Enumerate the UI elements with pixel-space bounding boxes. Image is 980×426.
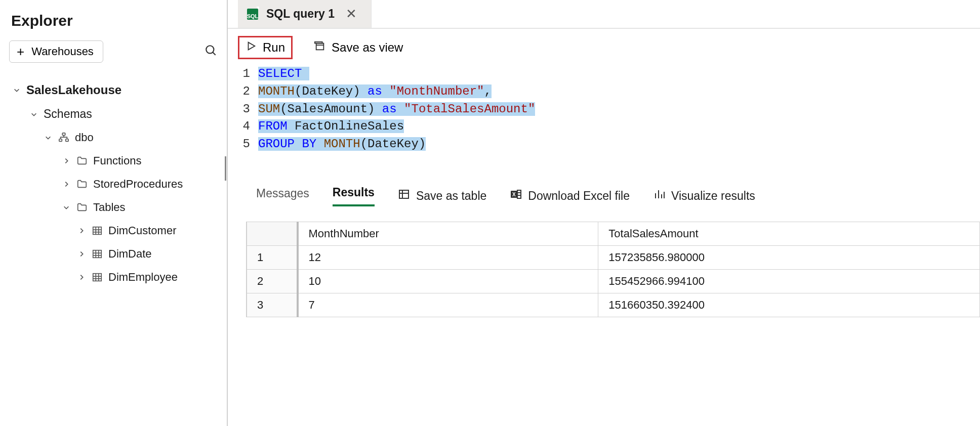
code-line[interactable]: SUM(SalesAmount) as "TotalSalesAmount" [258,101,535,118]
tab-results[interactable]: Results [333,186,375,206]
pane-splitter[interactable] [228,168,980,171]
table-icon [91,248,103,260]
folder-icon [76,202,88,213]
svg-rect-3 [59,139,62,142]
plus-icon: + [17,45,24,58]
tab-label: SQL query 1 [266,7,335,21]
tab-strip: SQL SQL query 1 ✕ [228,0,980,29]
save-table-label: Save as table [416,189,486,203]
add-warehouses-button[interactable]: + Warehouses [9,40,103,63]
row-number: 3 [247,293,298,317]
folder-icon [76,155,88,166]
main-area: SQL SQL query 1 ✕ Run Save as view 12345… [228,0,980,426]
tree-label: DimCustomer [108,224,176,237]
column-header[interactable]: TotalSalesAmount [598,222,980,245]
explorer-title: Explorer [9,12,218,29]
code-line[interactable]: MONTH(DateKey) as "MonthNumber", [258,83,535,101]
cell[interactable]: 12 [298,245,598,269]
cell[interactable]: 10 [298,269,598,293]
line-gutter: 12345 [228,65,258,153]
tree-label: DimDate [108,247,152,261]
run-button[interactable]: Run [238,36,293,59]
save-as-table-button[interactable]: Save as table [398,188,486,203]
tab-messages[interactable]: Messages [256,187,309,205]
row-number-header [247,222,298,245]
search-icon[interactable] [205,44,218,59]
tree-node-table[interactable]: DimEmployee [9,266,218,289]
chevron-right-icon [62,181,71,188]
table-icon [398,188,410,203]
table-icon [91,225,103,236]
svg-rect-5 [93,227,102,235]
visualize-label: Visualize results [671,189,755,203]
tree-node-schemas[interactable]: Schemas [9,102,218,126]
results-toolbar: Messages Results Save as table X Downloa [228,171,980,211]
svg-point-0 [206,46,214,53]
svg-rect-15 [93,274,102,281]
chevron-down-icon [62,204,71,211]
tree-label: SalesLakehouse [26,83,121,97]
download-label: Download Excel file [528,189,630,203]
svg-rect-2 [62,133,65,136]
visualize-results-button[interactable]: Visualize results [653,188,755,203]
tree-label: dbo [75,131,94,144]
chart-icon [653,188,665,203]
table-row[interactable]: 112157235856.980000 [247,245,980,269]
save-as-view-button[interactable]: Save as view [307,36,411,59]
excel-icon: X [510,188,522,203]
svg-marker-20 [249,42,255,50]
svg-rect-21 [316,44,324,50]
code-line[interactable]: GROUP BY MONTH(DateKey) [258,136,535,153]
sql-editor[interactable]: 12345 SELECT MONTH(DateKey) as "MonthNum… [228,64,980,168]
download-excel-button[interactable]: X Download Excel file [510,188,630,203]
tree-node-storedprocedures[interactable]: StoredProcedures [9,173,218,196]
tree-label: Functions [93,154,141,167]
code-line[interactable]: FROM FactOnlineSales [258,118,535,136]
run-label: Run [263,40,285,55]
tree-node-table[interactable]: DimDate [9,242,218,266]
sql-file-icon: SQL [247,9,258,20]
code-line[interactable]: SELECT [258,65,535,83]
chevron-right-icon [77,227,86,234]
svg-rect-23 [315,42,322,44]
column-header[interactable]: MonthNumber [298,222,598,245]
schema-icon [58,132,70,143]
chevron-down-icon [29,111,38,118]
results-grid[interactable]: MonthNumber TotalSalesAmount 11215723585… [246,222,980,317]
table-icon [91,272,103,283]
cell[interactable]: 157235856.980000 [598,245,980,269]
svg-rect-29 [517,190,521,198]
svg-rect-10 [93,250,102,258]
explorer-tree: SalesLakehouse Schemas dbo [9,78,218,289]
tree-node-functions[interactable]: Functions [9,149,218,173]
chevron-down-icon [12,87,21,94]
tree-node-dbo[interactable]: dbo [9,126,218,149]
row-number: 2 [247,269,298,293]
warehouses-label: Warehouses [31,45,94,58]
tab-sql-query[interactable]: SQL SQL query 1 ✕ [238,0,372,28]
tree-label: Schemas [44,107,92,121]
table-row[interactable]: 37151660350.392400 [247,293,980,317]
play-icon [246,40,257,55]
close-icon[interactable]: ✕ [343,6,360,22]
chevron-down-icon [44,134,53,141]
editor-toolbar: Run Save as view [228,29,980,64]
cell[interactable]: 7 [298,293,598,317]
svg-line-1 [213,52,215,55]
save-view-icon [314,40,325,55]
chevron-right-icon [62,157,71,164]
cell[interactable]: 151660350.392400 [598,293,980,317]
tree-node-table[interactable]: DimCustomer [9,219,218,242]
folder-icon [76,179,88,190]
tree-label: DimEmployee [108,271,178,284]
cell[interactable]: 155452966.994100 [598,269,980,293]
tree-node-tables[interactable]: Tables [9,196,218,219]
svg-rect-4 [66,139,69,142]
explorer-panel: Explorer + Warehouses SalesLakehouse Sch… [0,0,228,426]
svg-rect-24 [399,190,409,198]
code-area[interactable]: SELECT MONTH(DateKey) as "MonthNumber",S… [258,65,535,153]
tree-node-lakehouse[interactable]: SalesLakehouse [9,78,218,102]
row-number: 1 [247,245,298,269]
tree-label: Tables [93,201,126,214]
table-row[interactable]: 210155452966.994100 [247,269,980,293]
